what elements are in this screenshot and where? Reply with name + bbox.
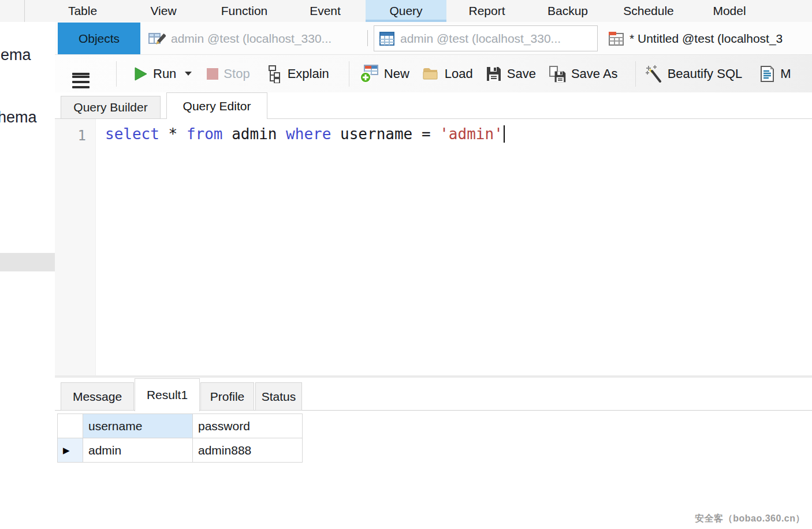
document-tab-strip: Objects admin @test (localhost_330... xyxy=(55,22,812,55)
grid-corner-cell[interactable] xyxy=(58,414,83,438)
tab-status[interactable]: Status xyxy=(255,382,302,411)
query-grid-icon xyxy=(608,31,624,47)
explain-tree-icon xyxy=(265,65,282,83)
tab-message[interactable]: Message xyxy=(61,382,134,411)
save-button[interactable]: Save xyxy=(486,66,536,82)
tab-admin-design-label: admin @test (localhost_330... xyxy=(171,32,331,46)
watermark-text: 安全客（bobao.360.cn） xyxy=(695,513,805,525)
sql-keyword: select xyxy=(105,125,159,143)
result-tab-row: Message Result1 Profile Status xyxy=(55,378,812,411)
document-icon xyxy=(759,66,775,82)
tab-divider xyxy=(367,30,368,46)
sql-text: * xyxy=(159,125,187,143)
clipped-toolbar-button[interactable]: M xyxy=(759,66,791,82)
tab-query-builder[interactable]: Query Builder xyxy=(61,96,161,118)
run-label: Run xyxy=(153,66,176,81)
result-grid-area: username password ▶ admin admin888 xyxy=(55,411,812,529)
tab-query-editor[interactable]: Query Editor xyxy=(166,92,267,119)
load-label: Load xyxy=(445,66,473,81)
explain-label: Explain xyxy=(288,66,329,81)
menu-item-function[interactable]: Function xyxy=(204,0,285,22)
sql-editor[interactable]: 1 select * from admin where username = '… xyxy=(55,119,812,375)
line-number: 1 xyxy=(55,128,86,144)
menu-item-query[interactable]: Query xyxy=(366,0,446,22)
menu-item-backup[interactable]: Backup xyxy=(527,0,608,22)
stop-button[interactable]: Stop xyxy=(207,66,249,81)
menu-item-view[interactable]: View xyxy=(123,0,204,22)
tab-objects-label: Objects xyxy=(79,32,120,46)
menu-item-event[interactable]: Event xyxy=(285,0,366,22)
clipped-button-label: M xyxy=(780,66,791,81)
save-as-label: Save As xyxy=(571,66,618,81)
sql-text: username = xyxy=(331,125,439,143)
menu-bar: Table View Function Event Query Report B… xyxy=(0,0,812,23)
sql-keyword: where xyxy=(286,125,331,143)
table-row: ▶ admin admin888 xyxy=(58,438,303,463)
new-query-icon xyxy=(360,64,379,83)
menu-items: Table View Function Event Query Report B… xyxy=(42,0,770,22)
magic-wand-icon xyxy=(645,65,662,83)
row-selector-marker[interactable]: ▶ xyxy=(58,438,83,463)
run-dropdown-caret-icon[interactable] xyxy=(185,72,192,76)
menu-bar-divider xyxy=(24,0,25,22)
sql-string: 'admin' xyxy=(439,125,503,143)
grid-header-password[interactable]: password xyxy=(193,414,303,438)
menu-item-model[interactable]: Model xyxy=(689,0,770,22)
query-toolbar: Run Stop Explain xyxy=(55,55,812,92)
toolbar-divider xyxy=(116,61,117,87)
tab-admin-open[interactable]: admin @test (localhost_330... xyxy=(374,25,598,51)
load-button[interactable]: Load xyxy=(422,66,473,81)
beautify-sql-button[interactable]: Beautify SQL xyxy=(645,65,743,83)
tab-admin-open-label: admin @test (localhost_330... xyxy=(400,32,561,46)
menu-item-report[interactable]: Report xyxy=(446,0,527,22)
run-button[interactable]: Run xyxy=(133,66,192,81)
tab-objects[interactable]: Objects xyxy=(58,23,140,54)
run-play-icon xyxy=(133,66,148,81)
hamburger-icon xyxy=(72,73,90,75)
stop-square-icon xyxy=(207,68,218,80)
grid-header-username[interactable]: username xyxy=(83,414,193,438)
table-edit-icon xyxy=(148,30,166,47)
sql-text: admin xyxy=(223,125,286,143)
cell-username[interactable]: admin xyxy=(83,438,193,463)
editor-tab-row: Query Builder Query Editor xyxy=(55,92,812,119)
cell-password[interactable]: admin888 xyxy=(193,438,303,463)
tab-result1[interactable]: Result1 xyxy=(135,378,200,411)
menu-item-schedule[interactable]: Schedule xyxy=(608,0,689,22)
table-grid-icon xyxy=(379,31,395,47)
grid-header-row: username password xyxy=(58,414,303,438)
tab-profile[interactable]: Profile xyxy=(200,382,254,411)
toolbar-divider xyxy=(349,61,349,87)
menu-item-table[interactable]: Table xyxy=(42,0,123,22)
sql-code-line[interactable]: select * from admin where username = 'ad… xyxy=(105,125,505,143)
text-cursor xyxy=(504,125,505,143)
new-query-button[interactable]: New xyxy=(360,64,409,83)
tab-untitled-query-label: * Untitled @test (localhost_3 xyxy=(630,32,783,46)
toolbar-divider xyxy=(635,61,636,87)
explain-button[interactable]: Explain xyxy=(265,65,329,83)
sidebar-selected-row[interactable] xyxy=(0,253,55,271)
tab-untitled-query[interactable]: * Untitled @test (localhost_3 xyxy=(604,23,812,54)
sql-keyword: from xyxy=(187,125,223,143)
new-label: New xyxy=(384,66,409,81)
floppy-icon xyxy=(486,66,502,82)
navicat-window: Table View Function Event Query Report B… xyxy=(0,0,812,529)
sidebar-item-schema-bottom[interactable]: hema xyxy=(0,109,37,126)
floppy-copy-icon xyxy=(549,65,566,83)
sidebar-item-schema-top[interactable]: ema xyxy=(1,46,31,64)
hamburger-menu-button[interactable] xyxy=(72,70,90,78)
stop-label: Stop xyxy=(224,66,249,81)
sidebar: ema hema xyxy=(0,22,55,529)
result-grid: username password ▶ admin admin888 xyxy=(57,413,303,463)
save-label: Save xyxy=(507,66,536,81)
tab-admin-design[interactable]: admin @test (localhost_330... xyxy=(141,23,371,54)
save-as-button[interactable]: Save As xyxy=(549,65,618,83)
beautify-sql-label: Beautify SQL xyxy=(668,66,743,81)
editor-gutter xyxy=(55,119,96,375)
folder-icon xyxy=(422,66,439,81)
